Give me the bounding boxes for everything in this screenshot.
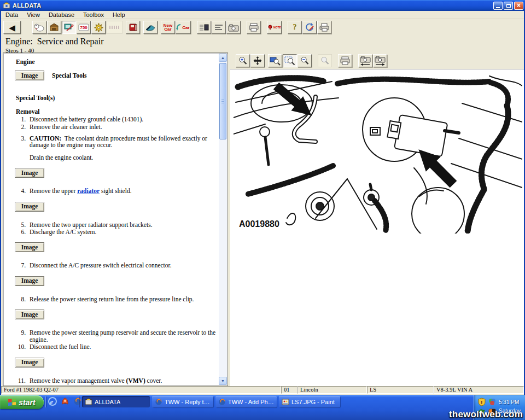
gear-icon (94, 23, 103, 32)
scroll-thumb[interactable] (219, 63, 226, 139)
step-item: 1.Disconnect the battery ground cable (1… (13, 116, 217, 122)
image-button[interactable]: Image (15, 276, 44, 286)
special-tools-caption: Special Tools (52, 72, 87, 79)
manual-button[interactable] (126, 21, 140, 34)
step-text: Remove the air cleaner inlet. (30, 124, 102, 130)
security-alert-icon[interactable]: ! (477, 398, 486, 406)
car-history-button[interactable]: Car (176, 21, 191, 34)
tray-icon-colorful[interactable] (488, 398, 497, 406)
minimize-button[interactable] (493, 2, 503, 10)
fit-magnifier-icon (284, 56, 295, 66)
printer-icon (340, 56, 351, 65)
step-text: Remove the vapor management valve (VMV) … (30, 377, 162, 384)
help-button[interactable]: ? (288, 21, 302, 34)
pan-arrows-icon (253, 56, 262, 66)
red-book-icon (129, 23, 138, 32)
zoom-in-button[interactable] (236, 54, 250, 67)
menu-database[interactable]: Database (44, 11, 79, 19)
magnifier-disabled-icon (320, 56, 330, 66)
zoom-region-button[interactable] (268, 54, 282, 67)
step-text: Release the power steering return line f… (30, 296, 194, 302)
hand-tool-icon (145, 23, 156, 32)
update-button[interactable] (302, 21, 317, 34)
shop-computer-button[interactable] (62, 21, 76, 34)
taskbtn-alldata[interactable]: ALLDATA (82, 396, 150, 407)
browse-button[interactable] (106, 21, 122, 34)
radiator-link[interactable]: radiator (77, 188, 100, 194)
menu-help[interactable]: Help (108, 11, 130, 19)
quicklaunch-icon-media[interactable] (61, 397, 69, 406)
step-text: Disconnect the battery ground cable (143… (30, 116, 143, 122)
page-heading: Engine: Service and Repair Steps 1 - 40 (1, 35, 524, 52)
notes-button[interactable]: NOTE (267, 21, 282, 34)
dog-icon (34, 22, 45, 32)
windows-logo-icon (8, 399, 16, 406)
fax-button[interactable] (317, 21, 331, 34)
menu-bar: Data View Database Toolbox Help (1, 11, 524, 19)
paint-task-icon (282, 398, 289, 406)
step-item: 8.Release the power steering return line… (13, 296, 217, 302)
odometer-button[interactable]: 750 (77, 21, 91, 34)
taskbtn-tww-reply[interactable]: TWW - Reply to Topic... (152, 396, 213, 407)
text-view-button[interactable] (212, 21, 226, 34)
image-button[interactable]: Image (15, 242, 44, 252)
previous-image-button[interactable] (358, 54, 372, 67)
mascot-button[interactable] (32, 21, 46, 34)
menu-toolbox[interactable]: Toolbox (79, 11, 108, 19)
close-button[interactable]: × (514, 2, 523, 10)
region-magnifier-icon (270, 56, 281, 66)
list-image-icon (199, 24, 209, 31)
image-button[interactable]: Image (15, 168, 44, 178)
caution-label: CAUTION: (30, 135, 61, 142)
start-button[interactable]: start (0, 395, 44, 409)
scroll-down-arrow[interactable]: ▼ (219, 377, 227, 385)
taskbar-separator (45, 396, 46, 407)
back-arrow-icon: ◀ (9, 24, 15, 32)
status-bar: Ford #1 1982-03 Q2-07 01 Lincoln LS V8-3… (1, 386, 524, 394)
tools-button[interactable] (143, 21, 158, 34)
title-bar[interactable]: ALLDATA × (0, 0, 525, 11)
vertical-scrollbar[interactable]: ▲ ▼ (219, 54, 227, 385)
status-source: Ford #1 1982-03 Q2-07 (1, 386, 281, 394)
figure-viewport[interactable]: A0019880 (230, 69, 524, 386)
taskbtn-paint[interactable]: LS7.JPG - Paint (279, 396, 340, 407)
step-text-post: sight shield. (100, 188, 131, 194)
taskbar-separator (79, 396, 79, 407)
computer-wrench-icon (64, 23, 74, 32)
list-view-button[interactable] (197, 21, 211, 34)
step-number: 5. (13, 221, 26, 228)
image-button[interactable]: Image (15, 202, 44, 212)
browse-placeholder (109, 26, 119, 29)
pan-button[interactable] (250, 54, 265, 67)
print-button[interactable] (247, 21, 261, 34)
scroll-up-arrow[interactable]: ▲ (219, 54, 227, 62)
menu-view[interactable]: View (22, 11, 44, 19)
firefox-task-icon (155, 398, 162, 406)
menu-data[interactable]: Data (1, 11, 22, 19)
step-text-post: cover. (145, 377, 162, 384)
step-number: 6. (13, 229, 26, 235)
taskbtn-tww-add-photos[interactable]: TWW - Add Photos - ... (215, 396, 277, 407)
note-label: NOTE (273, 26, 281, 29)
back-button[interactable]: ◀ (3, 21, 21, 34)
step-number: 1. (13, 116, 26, 122)
image-button[interactable]: Image (15, 310, 44, 319)
restore-button[interactable] (504, 2, 513, 10)
step-text: Remove the upper radiator sight shield. (30, 188, 132, 194)
page-title: Engine: Service and Repair (5, 37, 524, 46)
alldata-app-icon (3, 2, 10, 9)
fit-to-window-button[interactable] (283, 54, 297, 67)
settings-button[interactable] (91, 21, 106, 34)
garage-button[interactable] (47, 21, 61, 34)
images-view-button[interactable] (226, 21, 241, 34)
image-button[interactable]: Image (15, 358, 44, 368)
quicklaunch-icon-firefox[interactable] (73, 397, 82, 406)
new-car-button[interactable]: New Car (161, 21, 175, 34)
zoom-out-button[interactable] (298, 54, 312, 67)
image-button[interactable]: Image (15, 71, 44, 80)
print-image-button[interactable] (338, 54, 352, 67)
quicklaunch-icon-ie[interactable]: e (48, 397, 57, 406)
step-text: Discharge the A/C system. (30, 229, 96, 235)
next-image-button[interactable] (373, 54, 387, 67)
step-item: 11.Remove the vapor management valve (VM… (13, 377, 217, 384)
